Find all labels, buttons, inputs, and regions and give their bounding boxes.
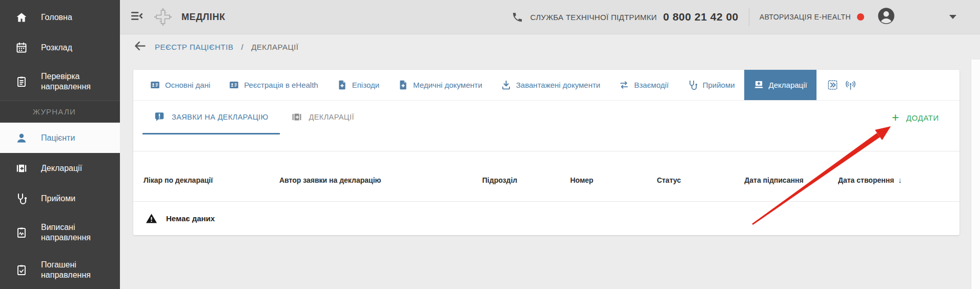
column-header-label: Дата створення — [838, 176, 894, 184]
support-label: СЛУЖБА ТЕХНІЧНОЇ ПІДТРИМКИ — [530, 13, 657, 22]
tab-label: Медичні документи — [413, 81, 482, 89]
table-header-row: Лікар по деклараціїАвтор заявки на декла… — [133, 151, 959, 202]
clipboard-check-icon — [15, 264, 28, 276]
breadcrumb-current: ДЕКЛАРАЦІЇ — [251, 43, 298, 51]
tab[interactable]: Епізоди — [328, 70, 389, 100]
header-divider — [749, 8, 749, 26]
subtabs-group: ЗАЯВКИ НА ДЕКЛАРАЦІЮДЕКЛАРАЦІЇ — [142, 101, 365, 134]
sidebar-item[interactable]: Головна — [0, 2, 120, 32]
sidebar-section-label: ЖУРНАЛИ — [0, 101, 120, 123]
sidebar-item[interactable]: Декларації — [0, 153, 120, 183]
card-plus-icon — [15, 162, 28, 175]
arrow-left-icon — [133, 39, 147, 53]
id-card-icon — [150, 80, 160, 90]
sidebar-item[interactable]: Розклад — [0, 32, 120, 63]
user-avatar[interactable] — [876, 6, 896, 28]
tab-label: Основні дані — [165, 81, 210, 89]
support-phone: 0 800 21 42 00 — [663, 11, 739, 23]
subtab-label: ДЕКЛАРАЦІЇ — [309, 113, 354, 121]
tab[interactable]: Основні дані — [140, 70, 219, 100]
sidebar-item-label: Прийоми — [41, 194, 75, 204]
sidebar-item-label: Погашені направлення — [41, 260, 118, 280]
stethoscope-icon — [15, 192, 28, 205]
tab-label: Прийоми — [703, 81, 735, 89]
id-card-icon — [229, 80, 239, 90]
file-plus-icon — [337, 80, 348, 90]
sidebar-nav: ГоловнаРозкладПеревірка направленняЖУРНА… — [0, 0, 120, 289]
column-header[interactable]: Підрозділ — [464, 176, 536, 184]
empty-state-text: Немає даних — [166, 214, 215, 223]
tab[interactable]: Завантажені документи — [492, 70, 609, 100]
top-header: МЕДЛІНК СЛУЖБА ТЕХНІЧНОЇ ПІДТРИМКИ 0 800… — [120, 0, 980, 34]
column-header[interactable]: Статус — [628, 176, 710, 184]
vertical-scrollbar[interactable] — [971, 60, 980, 289]
sidebar-item[interactable]: Виписані направлення — [0, 214, 120, 252]
tab-label: Завантажені документи — [516, 81, 600, 89]
avatar-icon — [876, 6, 896, 26]
column-header-label: Статус — [657, 176, 681, 184]
antenna-icon — [845, 79, 856, 91]
tab-label: Взаємодії — [634, 81, 668, 89]
tab[interactable]: Реєстрація в eHealth — [219, 70, 327, 100]
add-button-label: ДОДАТИ — [906, 113, 939, 122]
sidebar-item-label: Виписані направлення — [41, 222, 118, 243]
plus-icon: + — [892, 111, 899, 124]
column-header-label: Номер — [570, 176, 593, 184]
tab[interactable]: Декларації — [744, 70, 816, 100]
breadcrumb-separator: / — [241, 43, 243, 51]
tab[interactable] — [820, 70, 864, 100]
tab[interactable]: Взаємодії — [609, 70, 678, 100]
sort-desc-icon: ↓ — [898, 176, 902, 184]
patient-card-panel: Основні даніРеєстрація в eHealthЕпізодиМ… — [133, 70, 959, 235]
calendar-icon — [15, 42, 28, 54]
file-plus-icon — [398, 80, 409, 90]
exchange-icon — [619, 80, 629, 90]
tab-label: Епізоди — [352, 81, 379, 89]
tab[interactable]: Прийоми — [678, 70, 744, 100]
sidebar-item[interactable]: Перевірка направлення — [0, 63, 120, 101]
phone-icon — [512, 11, 523, 23]
sidebar-item[interactable]: Пацієнти — [0, 123, 120, 153]
breadcrumb: РЕЄСТР ПАЦІЄНТІВ / ДЕКЛАРАЦІЇ — [120, 34, 980, 60]
tab-label: Декларації — [769, 81, 807, 89]
header-right-group: СЛУЖБА ТЕХНІЧНОЇ ПІДТРИМКИ 0 800 21 42 0… — [512, 6, 956, 28]
stamp-forward-icon — [827, 79, 839, 91]
sidebar-item-label: Головна — [41, 12, 72, 23]
subtab[interactable]: ДЕКЛАРАЦІЇ — [280, 101, 365, 134]
chevron-down-icon[interactable] — [949, 15, 956, 19]
column-header[interactable]: Лікар по декларації — [144, 176, 279, 184]
sidebar-item[interactable]: Прийоми — [0, 184, 120, 214]
clipboard-list-icon — [15, 75, 28, 88]
add-declaration-button[interactable]: + ДОДАТИ — [892, 101, 939, 134]
sidebar-item[interactable]: Погашені направлення — [0, 252, 120, 289]
column-header[interactable]: Дата підписання — [710, 176, 838, 184]
medlink-logo-icon — [151, 8, 172, 26]
column-header[interactable]: Автор заявки на декларацію — [279, 176, 464, 184]
card-plus-icon — [291, 111, 302, 123]
collapse-sidebar-button[interactable] — [130, 9, 144, 25]
clipboard-pulse-icon — [15, 226, 28, 239]
warning-triangle-icon — [146, 213, 157, 224]
column-header[interactable]: Номер — [536, 176, 628, 184]
sidebar-item-label: Декларації — [41, 163, 82, 174]
breadcrumb-parent-link[interactable]: РЕЄСТР ПАЦІЄНТІВ — [155, 43, 233, 51]
column-header-label: Дата підписання — [744, 176, 803, 184]
column-header[interactable]: Дата створення↓ — [838, 176, 949, 184]
comment-exclamation-icon — [154, 111, 165, 123]
declarations-subtab-bar: ЗАЯВКИ НА ДЕКЛАРАЦІЮДЕКЛАРАЦІЇ + ДОДАТИ — [133, 101, 959, 151]
home-icon — [15, 11, 28, 24]
ehealth-auth-label[interactable]: АВТОРИЗАЦІЯ E-HEALTH — [760, 13, 851, 21]
tab[interactable]: Медичні документи — [389, 70, 492, 100]
app-window: ГоловнаРозкладПеревірка направленняЖУРНА… — [0, 0, 980, 289]
back-button[interactable] — [133, 39, 147, 55]
sidebar-item-label: Перевірка направлення — [41, 71, 118, 92]
subtab[interactable]: ЗАЯВКИ НА ДЕКЛАРАЦІЮ — [142, 101, 280, 134]
menu-collapse-icon — [130, 9, 144, 23]
stethoscope-icon — [687, 80, 698, 90]
subtab-label: ЗАЯВКИ НА ДЕКЛАРАЦІЮ — [172, 113, 269, 121]
brand-title: МЕДЛІНК — [181, 12, 226, 23]
download-icon — [501, 80, 512, 90]
patient-tabs-row: Основні даніРеєстрація в eHealthЕпізодиМ… — [133, 70, 959, 101]
column-header-label: Лікар по декларації — [144, 176, 213, 184]
person-icon — [15, 132, 28, 144]
